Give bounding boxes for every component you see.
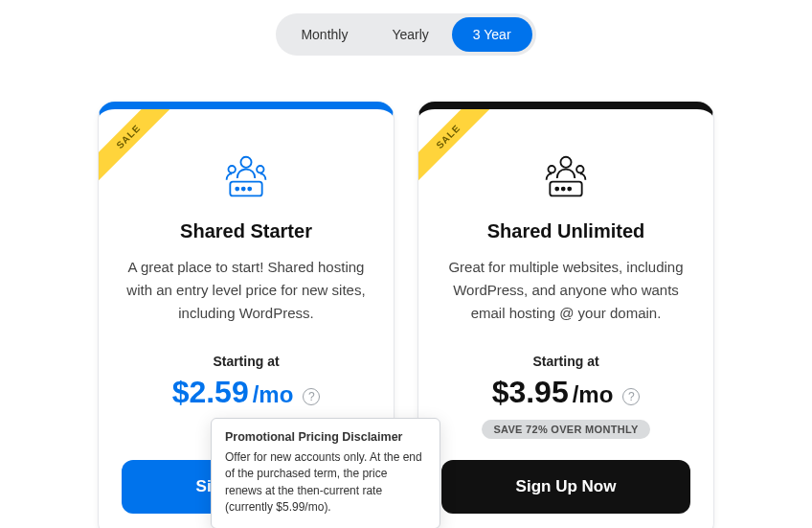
plan-starting-at-label: Starting at [441,354,690,369]
svg-point-6 [248,188,251,191]
svg-point-0 [240,157,251,168]
billing-toggle-group: Monthly Yearly 3 Year [276,13,535,56]
tooltip-title: Promotional Pricing Disclaimer [225,430,426,444]
plan-icon-starter [122,153,371,205]
svg-rect-10 [550,182,581,196]
plan-price: $2.59 [172,375,249,410]
plan-price-row: $2.59 /mo ? [122,375,371,410]
billing-toggle-monthly[interactable]: Monthly [280,17,369,52]
svg-point-12 [562,188,565,191]
plan-price-period: /mo [253,381,294,408]
svg-point-4 [236,188,238,191]
save-badge: SAVE 72% OVER MONTHLY [482,420,649,439]
info-icon[interactable]: ? [622,388,640,405]
svg-point-5 [242,188,245,191]
plan-starting-at-label: Starting at [122,354,371,369]
info-icon[interactable]: ? [303,388,320,405]
signup-button-unlimited[interactable]: Sign Up Now [441,460,690,514]
tooltip-body: Offer for new accounts only. At the end … [225,449,426,517]
pricing-disclaimer-tooltip: Promotional Pricing Disclaimer Offer for… [211,418,440,528]
billing-toggle-yearly[interactable]: Yearly [371,17,449,52]
svg-point-7 [560,157,571,168]
plan-price-period: /mo [573,381,614,408]
svg-rect-3 [230,182,261,196]
svg-point-8 [548,166,554,172]
svg-point-13 [568,188,571,191]
plan-description: Great for multiple websites, including W… [441,256,690,325]
plan-price: $3.95 [492,375,569,410]
plan-price-row: $3.95 /mo ? [441,375,690,410]
svg-point-2 [257,166,263,172]
svg-point-1 [228,166,235,172]
plan-title: Shared Starter [122,220,371,242]
svg-point-9 [576,166,583,172]
billing-toggle-3year[interactable]: 3 Year [452,17,532,52]
plan-title: Shared Unlimited [441,220,690,242]
plan-icon-unlimited [441,153,690,205]
plan-description: A great place to start! Shared hosting w… [122,256,371,325]
svg-point-11 [555,188,558,191]
billing-toggle: Monthly Yearly 3 Year [0,0,812,56]
plan-card-unlimited: SALE Shared Unlimited Great for multiple [417,102,714,528]
